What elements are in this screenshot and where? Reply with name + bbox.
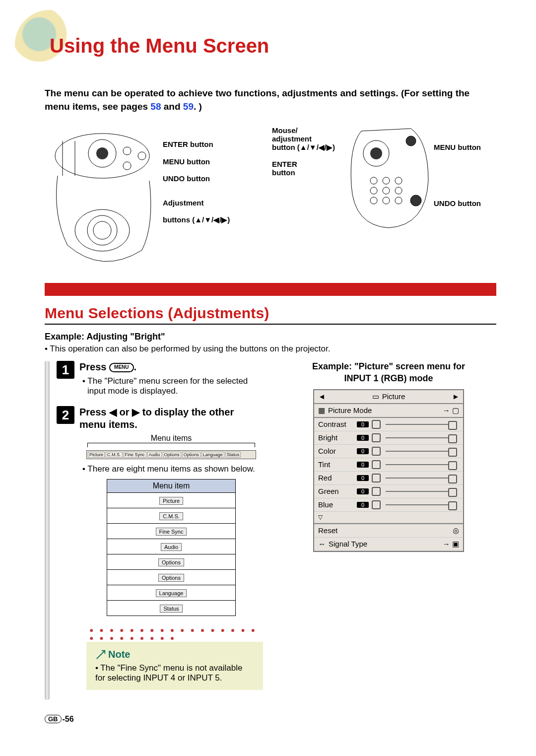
- svg-point-19: [383, 187, 390, 194]
- strip-item: Fine Sync: [124, 452, 146, 458]
- step-1: 1 Press MENU. • The "Picture" menu scree…: [45, 361, 263, 396]
- osd-val-red: 0: [357, 475, 369, 481]
- menu-strip: Picture C.M.S. Fine Sync Audio Options O…: [86, 450, 256, 459]
- label-mouse-c: button (▲/▼/◀/▶): [272, 143, 346, 152]
- svg-point-8: [93, 221, 111, 239]
- osd-example-title: Example: "Picture" screen menu for INPUT…: [281, 361, 496, 384]
- reset-icon: ◎: [453, 526, 459, 535]
- label-remote-undo: UNDO button: [434, 199, 493, 207]
- osd-val-color: 0: [357, 448, 369, 454]
- osd-label-blue: Blue: [318, 500, 354, 509]
- slider-track: [386, 478, 457, 479]
- svg-point-3: [123, 147, 131, 155]
- osd-picture-mode-row: ▦ Picture Mode → ▢: [314, 404, 463, 418]
- step-1-title: Press MENU.: [79, 361, 263, 373]
- svg-point-16: [383, 177, 390, 184]
- label-mouse-b: adjustment: [272, 135, 346, 143]
- osd-signal-label: Signal Type: [329, 540, 367, 548]
- osd-label-contrast: Contrast: [318, 420, 354, 428]
- section-rule: [45, 324, 496, 325]
- menu-table-header: Menu item: [107, 480, 236, 493]
- strip-item: C.M.S.: [106, 452, 123, 458]
- slider-knob-icon: [372, 460, 381, 469]
- step-1-title-b: .: [134, 361, 137, 372]
- svg-point-12: [370, 147, 382, 159]
- osd-signal-value: → ▣: [443, 540, 459, 549]
- slider-track: [386, 464, 457, 465]
- signal-icon: ↔: [318, 540, 326, 548]
- slider-knob-icon: [372, 474, 381, 482]
- menu-table-row: Fine Sync: [156, 528, 187, 536]
- svg-point-20: [395, 187, 402, 194]
- strip-item: Language: [201, 452, 224, 458]
- slider-track: [386, 437, 457, 438]
- note-heading-text: Note: [108, 649, 130, 660]
- step-1-number: 1: [57, 361, 74, 379]
- step-2-number: 2: [57, 406, 74, 424]
- slider-track: [386, 504, 457, 505]
- osd-right-arrow-icon: ►: [452, 392, 459, 401]
- osd-label-color: Color: [318, 447, 354, 455]
- svg-point-15: [370, 177, 377, 184]
- page-number-value: -56: [63, 715, 74, 723]
- intro-paragraph: The menu can be operated to achieve two …: [45, 87, 496, 113]
- osd-row-bright: Bright 0: [314, 431, 463, 445]
- slider-knob-icon: [372, 447, 381, 456]
- osd-more-row: ▽: [314, 512, 463, 523]
- svg-point-18: [370, 187, 377, 194]
- page-link-59[interactable]: 59: [183, 101, 194, 112]
- slider-track: [386, 451, 457, 452]
- section-divider-bar: [45, 283, 496, 296]
- svg-point-6: [75, 209, 130, 251]
- osd-picture-mode-value: → ▢: [443, 406, 459, 415]
- example-subtext: • This operation can also be performed b…: [45, 344, 496, 354]
- remote-illustration: [346, 126, 431, 230]
- slider-knob-icon: [372, 487, 381, 496]
- example-heading: Example: Adjusting "Bright": [45, 332, 496, 342]
- label-adjustment-b: buttons (▲/▼/◀/▶): [163, 211, 230, 229]
- strip-item: Audio: [147, 452, 162, 458]
- osd-row-tint: Tint 0: [314, 458, 463, 472]
- label-adjustment-a: Adjustment: [163, 195, 230, 212]
- osd-header-label: Picture: [382, 392, 405, 401]
- chevron-down-icon: ▽: [318, 514, 323, 521]
- osd-row-contrast: Contrast 0: [314, 418, 463, 431]
- osd-label-red: Red: [318, 474, 354, 482]
- osd-val-green: 0: [357, 488, 369, 494]
- label-undo-button: UNDO button: [163, 170, 230, 188]
- menu-table-row: Language: [156, 589, 187, 597]
- menu-table-row: Status: [160, 605, 182, 613]
- svg-point-4: [123, 162, 131, 170]
- note-icon: [95, 649, 106, 660]
- svg-point-7: [87, 215, 117, 245]
- osd-panel: ◄ ▭ Picture ► ▦ Picture Mode → ▢ Contras…: [313, 389, 464, 552]
- label-enter-button: ENTER button: [163, 136, 230, 153]
- osd-val-blue: 0: [357, 502, 369, 508]
- menu-strip-brace: [87, 443, 255, 447]
- osd-picture-mode-label: Picture Mode: [328, 406, 372, 414]
- step-2-title: Press ◀ or ▶ to display the other menu i…: [79, 406, 263, 431]
- menu-table-row: Options: [158, 558, 184, 566]
- svg-point-17: [395, 177, 402, 184]
- osd-monitor-icon: ▭: [372, 392, 379, 401]
- menu-table-row: Picture: [159, 497, 183, 505]
- svg-point-13: [406, 136, 416, 146]
- osd-row-blue: Blue 0: [314, 498, 463, 512]
- label-mouse-a: Mouse/: [272, 126, 346, 135]
- strip-item: Status: [225, 452, 241, 458]
- note-text: • The "Fine Sync" menu is not available …: [95, 663, 254, 683]
- osd-label-bright: Bright: [318, 433, 354, 442]
- page-link-58[interactable]: 58: [150, 101, 161, 112]
- intro-and: and: [161, 101, 183, 112]
- svg-point-23: [395, 197, 402, 204]
- note-dots: ● ● ● ● ● ● ● ● ● ● ● ● ● ● ● ● ● ● ● ● …: [79, 626, 263, 642]
- page-title: Using the Menu Screen: [50, 35, 496, 57]
- label-remote-enter-a: ENTER: [272, 160, 346, 168]
- slider-knob-icon: [372, 420, 381, 429]
- note-heading: Note: [95, 649, 254, 660]
- step-rail: [45, 361, 50, 700]
- osd-example-title-a: Example: "Picture" screen menu for: [312, 361, 465, 371]
- osd-val-bright: 0: [357, 435, 369, 441]
- intro-text-a: The menu can be operated to achieve two …: [45, 88, 469, 112]
- step-1-title-a: Press: [79, 361, 109, 372]
